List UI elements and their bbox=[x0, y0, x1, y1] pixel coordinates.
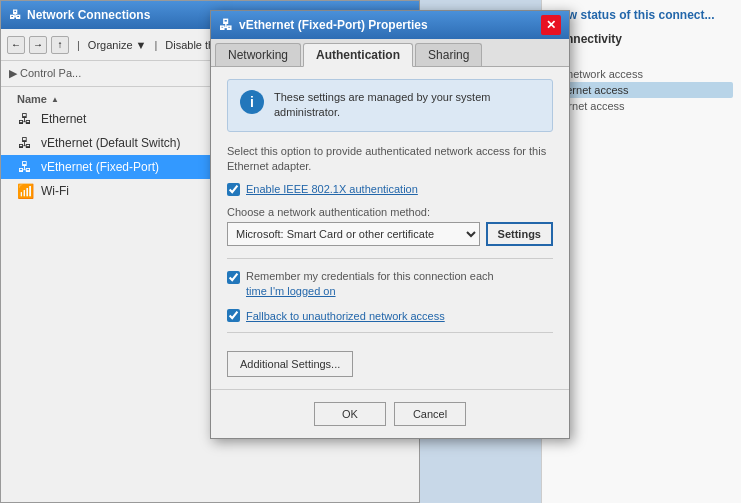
right-panel: View status of this connect... Connectiv… bbox=[541, 0, 741, 503]
back-button[interactable]: ← bbox=[7, 36, 25, 54]
right-panel-title: View status of this connect... bbox=[550, 8, 733, 24]
dialog-title-icon: 🖧 bbox=[219, 17, 233, 33]
info-text: These settings are managed by your syste… bbox=[274, 90, 540, 121]
fallback-checkbox-label: Fallback to unauthorized network access bbox=[246, 310, 445, 322]
remember-checkbox[interactable] bbox=[227, 271, 240, 284]
section-description: Select this option to provide authentica… bbox=[227, 144, 553, 175]
properties-dialog: 🖧 vEthernet (Fixed-Port) Properties ✕ Ne… bbox=[210, 10, 570, 439]
on-label: n... bbox=[550, 50, 733, 66]
info-icon: i bbox=[240, 90, 264, 114]
wifi-label: Wi-Fi bbox=[41, 184, 69, 198]
close-button[interactable]: ✕ bbox=[541, 15, 561, 35]
vethernet-default-label: vEthernet (Default Switch) bbox=[41, 136, 180, 150]
tab-networking[interactable]: Networking bbox=[215, 43, 301, 66]
method-dropdown-row: Microsoft: Smart Card or other certifica… bbox=[227, 222, 553, 246]
enable-checkbox[interactable] bbox=[227, 183, 240, 196]
divider-2 bbox=[227, 332, 553, 333]
dialog-title-left: 🖧 vEthernet (Fixed-Port) Properties bbox=[219, 17, 428, 33]
tabs-bar: Networking Authentication Sharing bbox=[211, 39, 569, 67]
tab-content-authentication: i These settings are managed by your sys… bbox=[211, 67, 569, 389]
method-label: Choose a network authentication method: bbox=[227, 206, 553, 218]
cancel-button[interactable]: Cancel bbox=[394, 402, 466, 426]
tab-sharing[interactable]: Sharing bbox=[415, 43, 482, 66]
organize-button[interactable]: Organize ▼ bbox=[88, 39, 147, 51]
remember-checkbox-row: Remember my credentials for this connect… bbox=[227, 269, 553, 300]
logged-on-link[interactable]: time I'm logged on bbox=[246, 285, 336, 297]
enable-checkbox-label: Enable IEEE 802.1X authentication bbox=[246, 183, 418, 195]
divider-1 bbox=[227, 258, 553, 259]
dialog-footer: OK Cancel bbox=[211, 389, 569, 438]
remember-text: Remember my credentials for this connect… bbox=[246, 269, 494, 300]
vethernet-default-icon: 🖧 bbox=[17, 135, 33, 151]
tab-authentication[interactable]: Authentication bbox=[303, 43, 413, 67]
ethernet-label: Ethernet bbox=[41, 112, 86, 126]
additional-settings-button[interactable]: Additional Settings... bbox=[227, 351, 353, 377]
info-box: i These settings are managed by your sys… bbox=[227, 79, 553, 132]
fallback-checkbox-row: Fallback to unauthorized network access bbox=[227, 309, 553, 322]
breadcrumb-text: ▶ Control Pa... bbox=[9, 67, 81, 80]
dialog-title-text: vEthernet (Fixed-Port) Properties bbox=[239, 18, 428, 32]
vethernet-fixed-icon: 🖧 bbox=[17, 159, 33, 175]
bg-window-title: Network Connections bbox=[27, 8, 150, 22]
fallback-checkbox[interactable] bbox=[227, 309, 240, 322]
internet-access-label: Internet access bbox=[550, 98, 733, 114]
vethernet-fixed-label: vEthernet (Fixed-Port) bbox=[41, 160, 159, 174]
no-network-item: No network access bbox=[550, 66, 733, 82]
up-button[interactable]: ↑ bbox=[51, 36, 69, 54]
settings-button[interactable]: Settings bbox=[486, 222, 553, 246]
internet-access-active: Internet access bbox=[550, 82, 733, 98]
enable-checkbox-row: Enable IEEE 802.1X authentication bbox=[227, 183, 553, 196]
forward-button[interactable]: → bbox=[29, 36, 47, 54]
ok-button[interactable]: OK bbox=[314, 402, 386, 426]
dialog-titlebar: 🖧 vEthernet (Fixed-Port) Properties ✕ bbox=[211, 11, 569, 39]
connectivity-title: Connectivity bbox=[550, 32, 733, 46]
method-dropdown[interactable]: Microsoft: Smart Card or other certifica… bbox=[227, 222, 480, 246]
bg-title-icon: 🖧 bbox=[9, 8, 21, 22]
wifi-icon: 📶 bbox=[17, 183, 33, 199]
ethernet-icon: 🖧 bbox=[17, 111, 33, 127]
